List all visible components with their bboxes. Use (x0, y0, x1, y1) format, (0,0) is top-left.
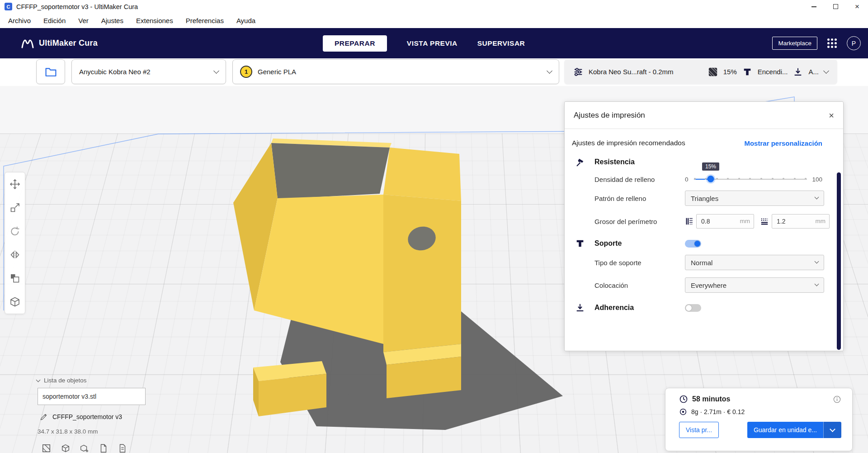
menu-extensiones[interactable]: Extensiones (130, 13, 179, 28)
clock-icon (679, 395, 688, 404)
minimize-button[interactable] (803, 0, 825, 13)
panel-scrollbar[interactable] (837, 172, 841, 350)
tab-supervisar[interactable]: SUPERVISAR (477, 39, 525, 48)
open-file-button[interactable] (36, 59, 65, 84)
account-avatar[interactable]: P (847, 36, 861, 50)
tab-preparar[interactable]: PREPARAR (323, 35, 387, 52)
rotate-icon (9, 226, 20, 237)
object-tool-sheet-icon[interactable] (99, 443, 108, 453)
job-name-row[interactable]: CFFFP_soportemotor v3 (40, 413, 122, 421)
infill-icon (708, 67, 718, 77)
menu-edicion[interactable]: Edición (37, 13, 72, 28)
object-tool-cube-icon[interactable] (61, 443, 71, 453)
marketplace-button[interactable]: Marketplace (772, 37, 817, 50)
job-name: CFFFP_soportemotor v3 (52, 413, 122, 420)
infill-slider-tooltip: 15% (702, 162, 719, 171)
infill-pattern-dropdown[interactable]: Triangles (685, 191, 824, 206)
menu-archivo[interactable]: Archivo (2, 13, 37, 28)
per-model-settings-button[interactable] (9, 272, 21, 285)
toggle-knob (694, 241, 700, 247)
material-usage: 8g · 2.71m · € 0.12 (691, 408, 745, 415)
panel-close-button[interactable]: × (829, 111, 834, 120)
support-type-dropdown[interactable]: Normal (685, 255, 824, 270)
object-tool-cube-add-icon[interactable] (80, 443, 90, 453)
infill-pattern-value: Triangles (691, 195, 718, 202)
apps-grid-icon[interactable] (827, 38, 837, 48)
scale-icon (9, 202, 20, 213)
section-support-title: Soporte (594, 239, 685, 248)
scale-tool-button[interactable] (9, 201, 21, 214)
move-icon (9, 179, 20, 190)
chevron-down-icon (815, 259, 819, 264)
adhesion-summary: A... (808, 68, 819, 76)
menu-preferencias[interactable]: Preferencias (179, 13, 230, 28)
save-button[interactable]: Guardar en unidad e... (747, 422, 823, 438)
chevron-down-icon (815, 282, 819, 286)
slider-max-label: 100 (812, 176, 823, 183)
mirror-icon (9, 249, 20, 260)
object-file-name: soportemotor v3.stl (42, 393, 96, 400)
move-tool-button[interactable] (9, 178, 21, 191)
infill-slider-handle[interactable] (708, 176, 714, 182)
main-header: UltiMaker Cura PREPARAR VISTA PREVIA SUP… (0, 28, 868, 58)
support-icon (575, 238, 594, 248)
infill-summary: 15% (723, 68, 737, 76)
infill-pattern-label: Patrón de relleno (594, 195, 685, 202)
adhesion-toggle[interactable] (685, 304, 701, 312)
support-placement-value: Everywhere (691, 281, 726, 289)
infill-density-label: Densidad de relleno (594, 176, 685, 183)
support-placement-dropdown[interactable]: Everywhere (685, 277, 824, 293)
app-logo: UltiMaker Cura (21, 38, 98, 49)
section-strength-title: Resistencia (594, 158, 685, 166)
close-button[interactable]: × (846, 0, 868, 13)
print-settings-summary[interactable]: Kobra Neo Su...raft - 0.2mm 15% Encendi.… (564, 59, 837, 84)
per-model-settings-icon (9, 273, 20, 284)
save-split-button: Guardar en unidad e... (747, 422, 841, 438)
show-custom-link[interactable]: Mostrar personalización (744, 139, 822, 147)
wall-thickness-label: Grosor del perímetro (594, 218, 685, 225)
menu-ver[interactable]: Ver (72, 13, 95, 28)
panel-title: Ajustes de impresión (574, 111, 645, 120)
support-placement-label: Colocación (594, 281, 685, 289)
printer-name: Anycubic Kobra Neo #2 (79, 68, 151, 76)
menu-ayuda[interactable]: Ayuda (230, 13, 262, 28)
print-settings-panel: Ajustes de impresión × Ajustes de impres… (564, 101, 844, 351)
material-name: Generic PLA (258, 68, 296, 76)
object-list-item[interactable]: soportemotor v3.stl (38, 388, 146, 405)
object-tool-sheet2-icon[interactable] (118, 443, 127, 453)
mirror-tool-button[interactable] (9, 248, 21, 261)
rotate-tool-button[interactable] (9, 225, 21, 238)
object-list-tools (42, 443, 127, 453)
infill-density-slider[interactable]: 15% (694, 175, 807, 183)
maximize-icon (833, 4, 838, 9)
stage-tabs: PREPARAR VISTA PREVIA SUPERVISAR (323, 28, 525, 58)
material-selector[interactable]: 1 Generic PLA (232, 59, 559, 84)
adhesion-icon (575, 303, 594, 313)
printer-selector[interactable]: Anycubic Kobra Neo #2 (71, 59, 226, 84)
chevron-down-icon (213, 68, 219, 74)
save-options-button[interactable] (823, 422, 841, 438)
rename-pencil-icon (40, 413, 48, 421)
profile-sliders-icon (573, 67, 583, 77)
tab-vista-previa[interactable]: VISTA PREVIA (407, 39, 458, 48)
app-name: UltiMaker Cura (39, 38, 98, 48)
section-adhesion-title: Adherencia (594, 304, 685, 312)
recommended-heading: Ajustes de impresión recomendados (572, 139, 685, 147)
info-icon[interactable] (833, 395, 841, 404)
chevron-down-icon (36, 378, 41, 382)
preview-button[interactable]: Vista pr... (679, 422, 719, 438)
support-summary: Encendi... (758, 68, 788, 76)
adhesion-icon (793, 67, 803, 77)
titlebar: C CFFFP_soportemotor v3 - UltiMaker Cura… (0, 0, 868, 13)
object-tool-grid-icon[interactable] (42, 443, 52, 453)
top-bottom-unit: mm (816, 218, 826, 224)
tool-panel (5, 172, 25, 314)
menu-ajustes[interactable]: Ajustes (95, 13, 130, 28)
chevron-down-icon (823, 68, 829, 74)
support-blocker-icon (9, 296, 20, 307)
support-toggle[interactable] (685, 240, 701, 248)
support-blocker-button[interactable] (9, 296, 21, 308)
wall-thickness-icon (685, 217, 693, 225)
object-list-header[interactable]: Lista de objetos (37, 377, 87, 384)
maximize-button[interactable] (825, 0, 846, 13)
